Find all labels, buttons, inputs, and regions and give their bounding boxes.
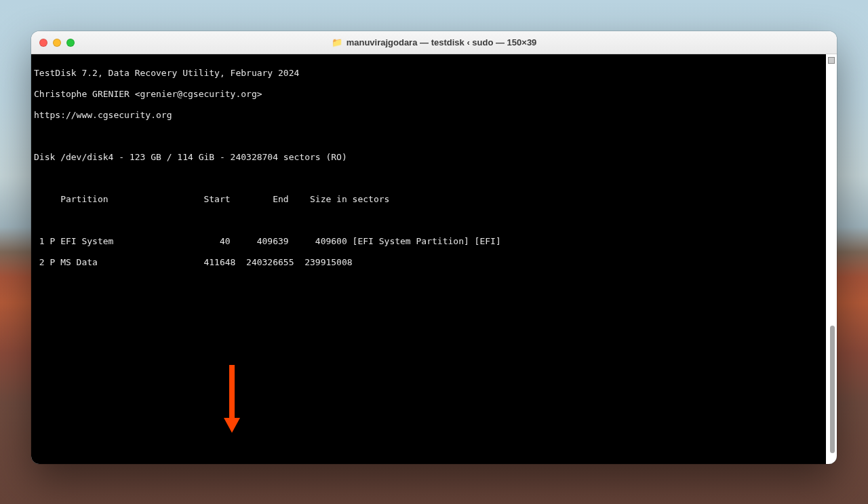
scrollbar-thumb[interactable] bbox=[830, 326, 835, 453]
header-line: Christophe GRENIER <grenier@cgsecurity.o… bbox=[34, 89, 837, 100]
terminal-scrollbar[interactable] bbox=[826, 54, 837, 464]
partition-row: 2 P MS Data 411648 240326655 239915008 bbox=[34, 257, 837, 268]
zoom-button[interactable] bbox=[66, 39, 75, 47]
terminal-content: TestDisk 7.2, Data Recovery Utility, Feb… bbox=[31, 54, 837, 464]
window-titlebar[interactable]: 📁 manuvirajgodara — testdisk ‹ sudo — 15… bbox=[31, 31, 837, 54]
column-headers: Partition Start End Size in sectors bbox=[34, 194, 837, 205]
window-controls bbox=[39, 39, 75, 47]
header-line: TestDisk 7.2, Data Recovery Utility, Feb… bbox=[34, 68, 837, 79]
title-wrap: 📁 manuvirajgodara — testdisk ‹ sudo — 15… bbox=[31, 31, 837, 54]
folder-icon: 📁 bbox=[332, 37, 342, 47]
terminal-viewport[interactable]: TestDisk 7.2, Data Recovery Utility, Feb… bbox=[31, 54, 837, 464]
scroll-marker-icon bbox=[828, 57, 835, 64]
window-title: manuvirajgodara — testdisk ‹ sudo — 150×… bbox=[347, 37, 537, 47]
disk-line: Disk /dev/disk4 - 123 GB / 114 GiB - 240… bbox=[34, 152, 837, 163]
header-line: https://www.cgsecurity.org bbox=[34, 110, 837, 121]
partition-row: 1 P EFI System 40 409639 409600 [EFI Sys… bbox=[34, 236, 837, 247]
desktop-background: 📁 manuvirajgodara — testdisk ‹ sudo — 15… bbox=[0, 0, 868, 504]
minimize-button[interactable] bbox=[53, 39, 61, 47]
close-button[interactable] bbox=[39, 39, 47, 47]
terminal-window: 📁 manuvirajgodara — testdisk ‹ sudo — 15… bbox=[31, 31, 837, 464]
